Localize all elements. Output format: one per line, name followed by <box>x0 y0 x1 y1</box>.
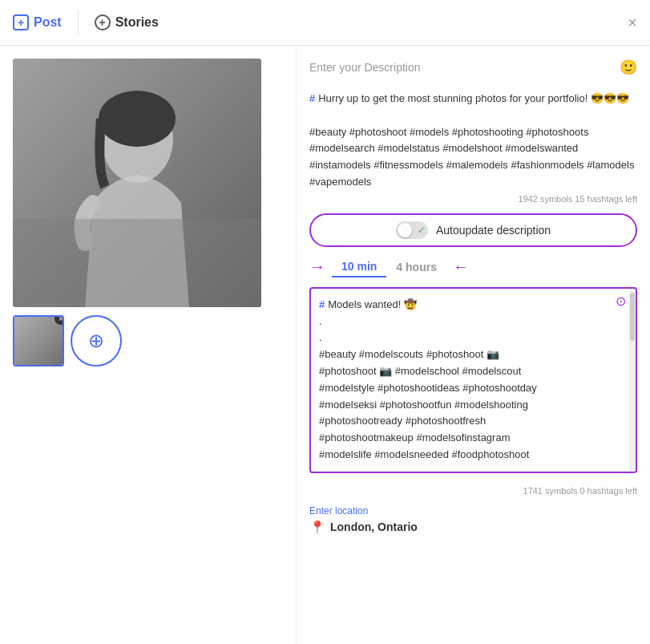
description-main-text: Hurry up to get the most stunning photos… <box>318 92 629 104</box>
main-content: × ⊕ Enter your Description 🙂 #Hurry up t… <box>0 46 650 644</box>
scrollbar-track[interactable] <box>629 289 636 472</box>
stories-tab[interactable]: + Stories <box>95 14 628 30</box>
stories-plus-icon: + <box>95 14 111 30</box>
post-plus-icon: + <box>13 14 29 30</box>
scrollbar-thumb[interactable] <box>630 293 635 341</box>
second-hash-icon: # <box>319 298 325 310</box>
emoji-picker-icon[interactable]: 🙂 <box>620 59 637 76</box>
stories-label: Stories <box>115 15 159 30</box>
toggle-check-icon: ✓ <box>418 225 426 236</box>
add-thumbnail-button[interactable]: ⊕ <box>71 315 122 367</box>
second-description-text: #Models wanted! 🤠 . . #beauty #modelscou… <box>319 297 628 464</box>
close-button[interactable]: × <box>628 14 637 32</box>
main-image <box>13 59 261 307</box>
location-pin-icon: 📍 <box>309 520 325 535</box>
autoupdate-label: Autoupdate description <box>436 224 551 237</box>
svg-point-3 <box>99 91 176 147</box>
svg-rect-4 <box>13 219 261 307</box>
post-label: Post <box>34 15 62 30</box>
thumbnails-row: × ⊕ <box>13 315 283 367</box>
time-tabs: → 10 min 4 hours ← <box>309 257 637 277</box>
header: + Post + Stories × <box>0 0 650 46</box>
description-content: #Hurry up to get the most stunning photo… <box>309 91 637 204</box>
location-text: London, Ontario <box>330 520 418 533</box>
description-text: #Hurry up to get the most stunning photo… <box>309 91 637 191</box>
toggle-track[interactable]: ✓ <box>396 221 428 239</box>
tab-10min[interactable]: 10 min <box>332 257 386 277</box>
description-placeholder: Enter your Description <box>309 61 421 74</box>
description-header: Enter your Description 🙂 <box>309 59 637 76</box>
location-row: Enter location 📍 London, Ontario <box>309 505 637 535</box>
toggle-knob <box>398 223 412 237</box>
hash-icon: # <box>309 92 315 104</box>
scroll-up-icon[interactable]: ⊙ <box>616 294 626 309</box>
tab-4hours[interactable]: 4 hours <box>386 257 446 277</box>
symbols-count: 1942 symbols 15 hashtags left <box>309 194 637 204</box>
second-symbols-count: 1741 symbols 0 hashtags left <box>309 486 637 496</box>
autoupdate-toggle-row[interactable]: ✓ Autoupdate description <box>309 213 637 247</box>
left-panel: × ⊕ <box>0 46 297 644</box>
description-hashtags: #beauty #photoshoot #models #photoshooti… <box>309 126 634 188</box>
post-tab[interactable]: + Post <box>13 14 78 30</box>
second-description-box[interactable]: #Models wanted! 🤠 . . #beauty #modelscou… <box>309 287 637 473</box>
header-divider <box>78 10 79 35</box>
arrow-left-icon: → <box>309 257 325 276</box>
right-panel: Enter your Description 🙂 #Hurry up to ge… <box>297 46 650 644</box>
location-value[interactable]: 📍 London, Ontario <box>309 520 637 535</box>
arrow-right-icon: ← <box>453 257 469 276</box>
thumbnail-1[interactable]: × <box>13 315 64 367</box>
location-label: Enter location <box>309 505 637 516</box>
